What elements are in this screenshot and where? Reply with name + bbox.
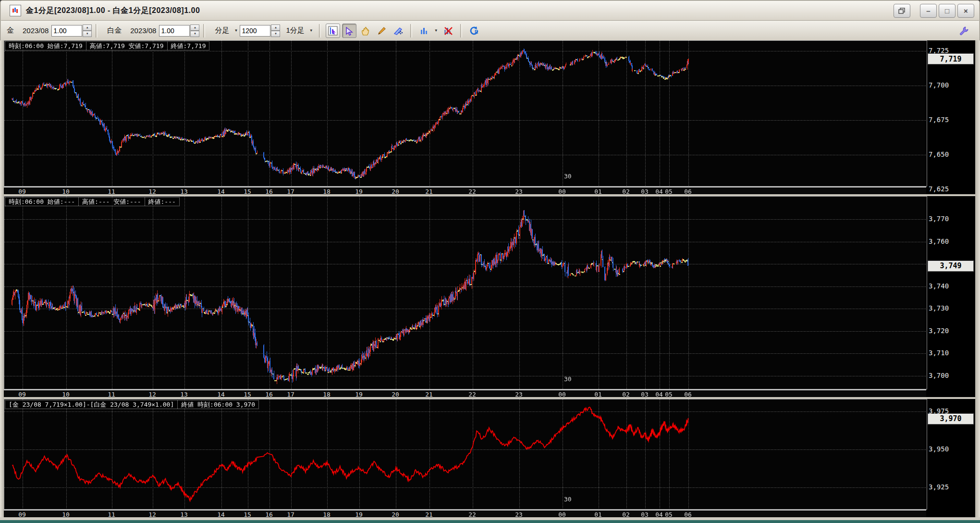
y-axis-gold-1min: 7,7257,7007,6757,6507,6257,719 <box>927 40 975 195</box>
spin-down-icon[interactable]: ▼ <box>271 31 280 37</box>
info-strip: 時刻:06:00 始値:---高値:--- 安値:---終値:--- <box>5 197 180 206</box>
plot-area-spread-gold-platinum: [金 23/08 7,719×1.00]-[白金 23/08 3,749×1.0… <box>4 399 927 510</box>
toolbar: 金 2023/08 ▲ ▼ 白金 2023/08 ▲ ▼ 分足 ▼ ▲ ▼ 1分… <box>1 21 979 41</box>
info-segment: [金 23/08 7,719×1.00]-[白金 23/08 3,749×1.0… <box>5 400 178 409</box>
y-axis-label: 3,760 <box>929 237 949 245</box>
last-price-badge: 3,970 <box>928 413 974 424</box>
platinum-ratio-stepper[interactable]: ▲ ▼ <box>190 25 199 37</box>
gold-ratio-input[interactable] <box>51 25 82 37</box>
svg-text:R: R <box>475 29 478 35</box>
chevron-down-icon[interactable]: ▼ <box>309 28 313 33</box>
bar-count-input[interactable] <box>240 25 270 37</box>
panel-separator[interactable] <box>4 194 975 196</box>
toolbar-separator <box>460 24 462 37</box>
y-axis-label: 7,675 <box>929 116 949 124</box>
chevron-down-icon[interactable]: ▼ <box>234 28 238 33</box>
hand-icon <box>360 25 371 36</box>
y-axis-label: 3,710 <box>929 349 949 357</box>
toolbar-separator <box>410 24 412 37</box>
refresh-button[interactable]: R <box>467 24 481 38</box>
gold-1min-chart-canvas[interactable] <box>4 41 927 186</box>
hand-tool[interactable] <box>358 24 373 38</box>
y-axis-label: 3,700 <box>929 372 949 379</box>
chart-panel-gold-1min: 時刻:06:00 始値:7,719高値:7,719 安値:7,719終値:7,7… <box>4 40 927 196</box>
info-segment: 時刻:06:00 始値:7,719 <box>5 42 86 50</box>
restore-window-button[interactable] <box>894 4 910 18</box>
info-segment: 終値:7,719 <box>168 42 209 50</box>
minimize-button[interactable]: – <box>920 4 937 18</box>
plot-area-gold-1min: 時刻:06:00 始値:7,719高値:7,719 安値:7,719終値:7,7… <box>4 40 927 187</box>
settings-wrench[interactable] <box>957 24 971 38</box>
last-price-badge: 7,719 <box>928 53 974 64</box>
gold-ratio-stepper[interactable]: ▲ ▼ <box>83 25 92 37</box>
gold-month-label: 2023/08 <box>23 26 49 35</box>
chart-panel-spread-gold-platinum: [金 23/08 7,719×1.00]-[白金 23/08 3,749×1.0… <box>4 399 927 519</box>
platinum-month-label: 2023/08 <box>130 26 156 35</box>
plot-area-platinum-1min: 時刻:06:00 始値:---高値:--- 安値:---終値:---30 <box>4 196 927 389</box>
info-segment: 高値:7,719 安値:7,719 <box>86 42 168 50</box>
y-axis-label: 3,730 <box>929 304 949 312</box>
info-segment: 終値:--- <box>145 198 179 206</box>
chart-type-button[interactable] <box>417 24 431 38</box>
spin-down-icon[interactable]: ▼ <box>190 31 199 37</box>
date-label: 30 <box>564 496 572 503</box>
info-segment: 終値 時刻:06:00 3,970 <box>178 400 258 409</box>
y-axis-label: 7,625 <box>929 185 949 193</box>
y-axis-label: 7,650 <box>929 150 949 158</box>
pointer-tool[interactable] <box>342 24 356 38</box>
info-segment: 高値:--- 安値:--- <box>79 198 145 206</box>
pencil-icon <box>377 25 387 36</box>
panel-separator[interactable] <box>4 397 975 399</box>
last-price-badge: 3,749 <box>928 261 974 272</box>
window-title: 金1分足[2023/08]1.00 - 白金1分足[2023/08]1.00 <box>26 6 200 16</box>
platinum-1min-chart-canvas[interactable] <box>4 197 927 389</box>
chart-panel-platinum-1min: 時刻:06:00 始値:---高値:--- 安値:---終値:---300910… <box>4 196 927 399</box>
pointer-icon <box>344 26 354 36</box>
spin-up-icon[interactable]: ▲ <box>83 25 92 31</box>
maximize-button[interactable]: □ <box>939 4 956 18</box>
titlebar[interactable]: 金1分足[2023/08]1.00 - 白金1分足[2023/08]1.00 –… <box>1 1 979 21</box>
chart-cursor-tool[interactable] <box>326 24 340 38</box>
y-axis-label: 3,770 <box>929 215 949 223</box>
info-segment: 時刻:06:00 始値:--- <box>5 198 79 206</box>
platinum-ratio-input[interactable] <box>159 25 190 37</box>
bar-count-stepper[interactable]: ▲ ▼ <box>271 25 280 37</box>
spin-up-icon[interactable]: ▲ <box>190 25 199 31</box>
window-frame-right <box>975 40 980 517</box>
toolbar-separator <box>96 24 98 37</box>
trendline-icon <box>393 25 404 36</box>
toolbar-separator <box>203 24 205 37</box>
y-axis-label: 3,720 <box>929 327 949 335</box>
date-label: 30 <box>564 375 572 383</box>
y-axis-label: 3,950 <box>929 445 949 453</box>
date-label: 30 <box>564 173 572 180</box>
y-axis-label: 3,925 <box>929 483 949 491</box>
y-axis-label: 7,700 <box>929 81 949 89</box>
chevron-down-icon[interactable]: ▼ <box>434 28 438 33</box>
y-axis-platinum-1min: 3,7703,7603,7503,7403,7303,7203,7103,700… <box>927 196 975 398</box>
chart-delete-button[interactable] <box>441 24 455 38</box>
wrench-icon <box>959 25 969 36</box>
bar-type-dropdown[interactable]: 分足 <box>215 26 229 35</box>
timeframe-dropdown[interactable]: 1分足 <box>286 26 304 35</box>
platinum-label: 白金 <box>107 26 122 35</box>
spin-up-icon[interactable]: ▲ <box>271 25 280 31</box>
spin-down-icon[interactable]: ▼ <box>83 31 92 37</box>
app-window: 金1分足[2023/08]1.00 - 白金1分足[2023/08]1.00 –… <box>0 0 980 523</box>
window-frame-left <box>0 40 4 517</box>
info-strip: 時刻:06:00 始値:7,719高値:7,719 安値:7,719終値:7,7… <box>5 41 209 50</box>
trendline-tool[interactable] <box>391 24 405 38</box>
window-edge-accent <box>0 520 980 523</box>
toolbar-separator <box>319 24 321 37</box>
pencil-tool[interactable] <box>375 24 389 38</box>
candlestick-app-icon <box>10 5 21 16</box>
y-axis-spread-gold-platinum: 3,9753,9503,9253,970 <box>927 399 975 518</box>
close-button[interactable]: × <box>957 4 974 18</box>
gold-label: 金 <box>7 26 14 35</box>
spread-gold-platinum-chart-canvas[interactable] <box>4 399 927 509</box>
y-axis-label: 3,740 <box>929 282 949 290</box>
bar-chart-delete-icon <box>443 25 453 36</box>
info-strip: [金 23/08 7,719×1.00]-[白金 23/08 3,749×1.0… <box>5 400 259 409</box>
refresh-icon: R <box>469 25 479 36</box>
bar-chart-icon <box>419 26 429 36</box>
